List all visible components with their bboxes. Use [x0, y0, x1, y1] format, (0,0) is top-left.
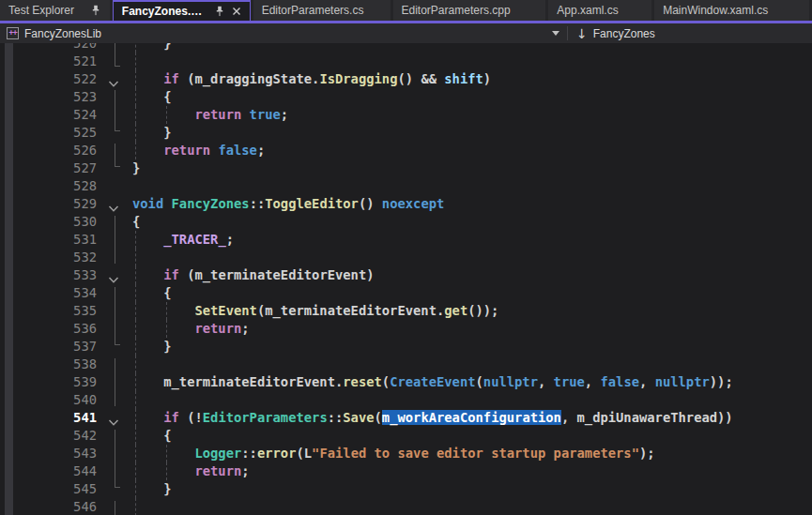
code-token: , [538, 374, 554, 389]
code-text[interactable]: if (!EditorParameters::Save(m_workAreaCo… [127, 409, 812, 427]
code-token: } [132, 339, 172, 354]
code-token [241, 107, 249, 122]
code-token [163, 196, 171, 211]
chevron-down-icon[interactable] [552, 31, 559, 36]
code-text[interactable] [127, 391, 812, 409]
code-token: { [132, 214, 140, 229]
fold-scope-line [115, 144, 115, 166]
code-token: ) [483, 71, 491, 86]
tab-label: EditorParameters.cs [262, 4, 382, 17]
code-text[interactable]: { [127, 284, 812, 302]
code-text[interactable]: if (m_draggingState.IsDragging() && shif… [127, 70, 812, 88]
code-token: } [132, 43, 172, 51]
code-text[interactable]: { [127, 427, 812, 445]
code-text[interactable]: void FancyZones::ToggleEditor() noexcept [127, 195, 812, 213]
fold-gutter [102, 70, 127, 88]
close-icon[interactable] [232, 7, 241, 16]
indent-guide [135, 338, 136, 356]
line-number: 525 [0, 124, 102, 142]
code-text[interactable]: { [127, 88, 812, 106]
fold-scope-end-tick [115, 130, 120, 131]
code-text[interactable]: return false; [127, 142, 812, 159]
code-text[interactable]: return true; [127, 106, 812, 124]
code-line: 539 m_terminateEditorEvent.reset(CreateE… [0, 373, 812, 391]
indent-guide [135, 231, 136, 249]
code-token: nullptr [655, 374, 710, 389]
code-text[interactable]: { [127, 213, 812, 231]
code-line: 520 } [0, 43, 812, 53]
tab-fancyzones-cpp[interactable]: FancyZones.cpp [113, 0, 251, 21]
line-number: 544 [0, 462, 102, 480]
code-text[interactable] [127, 249, 812, 266]
code-text[interactable]: return; [127, 320, 812, 338]
code-text[interactable]: SetEvent(m_terminateEditorEvent.get()); [127, 302, 812, 320]
document-tab-bar: Test ExplorerFancyZones.cppEditorParamet… [0, 0, 812, 21]
line-number: 527 [0, 159, 102, 177]
tab-test-explorer[interactable]: Test Explorer [0, 0, 110, 21]
selected-text: m_workAreaConfiguration [382, 410, 561, 425]
indent-guide [135, 88, 136, 106]
code-line: 545 } [0, 480, 812, 498]
code-text[interactable]: return; [127, 462, 812, 480]
indent-guide [135, 284, 136, 302]
code-token [132, 143, 163, 158]
fold-scope-line [115, 430, 115, 487]
project-dropdown[interactable]: ++ FancyZonesLib [0, 27, 567, 40]
pin-icon[interactable] [90, 5, 101, 16]
indent-guide [135, 498, 136, 515]
tab-label: EditorParameters.cpp [402, 4, 538, 17]
code-line: 533 if (m_terminateEditorEvent) [0, 266, 812, 284]
code-text[interactable]: } [127, 480, 812, 498]
code-token: shift [444, 71, 483, 86]
project-name: FancyZonesLib [24, 27, 552, 40]
code-token: true [554, 374, 585, 389]
code-text[interactable]: } [127, 43, 812, 53]
code-line: 529void FancyZones::ToggleEditor() noexc… [0, 195, 812, 213]
code-text[interactable] [127, 177, 812, 195]
code-line: 528 [0, 177, 812, 195]
code-editor[interactable]: 520 }521522 if (m_draggingState.IsDraggi… [0, 43, 812, 515]
code-text[interactable]: m_terminateEditorEvent.reset(CreateEvent… [127, 373, 812, 391]
tab-mainwindow-xaml-cs[interactable]: MainWindow.xaml.cs [654, 0, 809, 21]
code-text[interactable]: } [127, 159, 812, 177]
code-token: } [132, 160, 140, 175]
code-token: ToggleEditor [265, 196, 359, 211]
code-token: { [132, 89, 172, 104]
tab-label: MainWindow.xaml.cs [663, 4, 801, 17]
code-line: 527} [0, 159, 812, 177]
code-token: false [600, 374, 639, 389]
code-text[interactable] [127, 356, 812, 373]
pin-icon[interactable] [214, 6, 225, 17]
code-token: :: [328, 410, 344, 425]
code-text[interactable] [127, 53, 812, 70]
tab-app-xaml-cs[interactable]: App.xaml.cs [548, 0, 651, 21]
tab-editorparameters-cs[interactable]: EditorParameters.cs [253, 0, 391, 21]
code-token: return [194, 463, 241, 478]
code-token: , [639, 374, 655, 389]
code-token: void [132, 196, 163, 211]
code-token: () && [397, 71, 444, 86]
code-token: (m_terminateEditorEvent) [179, 267, 375, 282]
line-number: 545 [0, 480, 102, 498]
fold-scope-end-tick [115, 66, 120, 67]
code-text[interactable]: } [127, 124, 812, 142]
scope-dropdown[interactable]: ↓ FancyZones [576, 27, 655, 40]
line-number: 532 [0, 249, 102, 266]
code-text[interactable]: } [127, 338, 812, 356]
code-token: { [132, 285, 172, 300]
code-token: return [194, 321, 241, 336]
indent-guide [166, 320, 167, 338]
code-line: 525 } [0, 124, 812, 142]
indent-guide [166, 445, 167, 462]
code-line: 535 SetEvent(m_terminateEditorEvent.get(… [0, 302, 812, 320]
code-line: 537 } [0, 338, 812, 356]
tab-editorparameters-cpp[interactable]: EditorParameters.cpp [393, 0, 546, 21]
code-token [132, 446, 194, 461]
code-token: ; [281, 107, 288, 122]
code-text[interactable] [127, 498, 812, 515]
fold-gutter [102, 266, 127, 284]
code-text[interactable]: if (m_terminateEditorEvent) [127, 266, 812, 284]
code-token: { [132, 428, 172, 443]
code-text[interactable]: _TRACER_; [127, 231, 812, 249]
code-text[interactable]: Logger::error(L"Failed to save editor st… [127, 445, 812, 462]
